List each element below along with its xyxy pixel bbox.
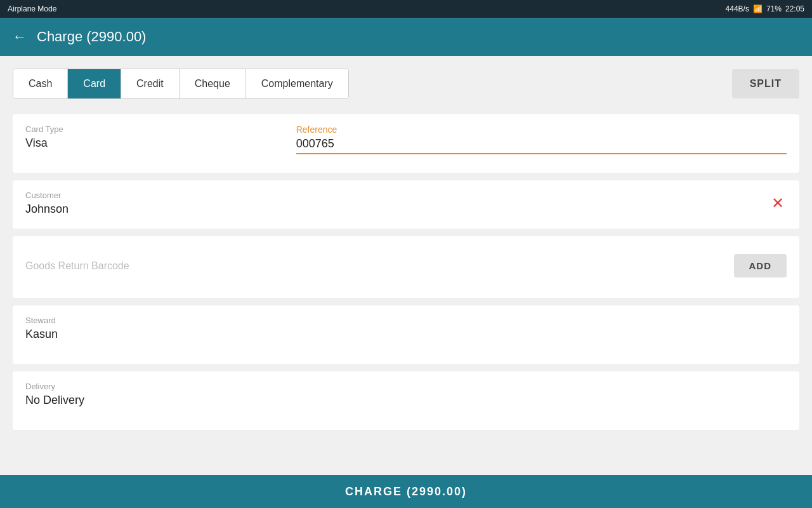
- charge-button-label: CHARGE (2990.00): [345, 485, 467, 498]
- card-type-label: Card Type: [25, 124, 271, 134]
- card-type-value: Visa: [25, 137, 271, 150]
- delivery-label: Delivery: [25, 382, 787, 391]
- customer-field: Customer Johnson: [25, 190, 69, 216]
- reference-field: Reference: [296, 124, 787, 154]
- status-bar: Airplane Mode 444B/s 📶 71% 22:05: [0, 0, 812, 18]
- main-content: Cash Card Credit Cheque Complementary SP…: [0, 56, 812, 475]
- steward-value: Kasun: [25, 328, 787, 341]
- customer-section: Customer Johnson ✕: [13, 180, 799, 229]
- card-type-field: Card Type Visa: [25, 124, 271, 150]
- airplane-mode-label: Airplane Mode: [8, 4, 56, 13]
- payment-tabs: Cash Card Credit Cheque Complementary: [13, 69, 349, 99]
- barcode-placeholder: Goods Return Barcode: [25, 260, 129, 272]
- status-bar-right: 444B/s 📶 71% 22:05: [726, 4, 804, 13]
- customer-label: Customer: [25, 190, 69, 200]
- tab-complementary[interactable]: Complementary: [246, 69, 348, 98]
- remove-customer-button[interactable]: ✕: [769, 192, 787, 215]
- customer-value: Johnson: [25, 203, 69, 216]
- back-button[interactable]: ←: [13, 29, 27, 45]
- tabs-row: Cash Card Credit Cheque Complementary SP…: [13, 69, 799, 99]
- tab-cash[interactable]: Cash: [13, 69, 68, 98]
- tab-cheque[interactable]: Cheque: [180, 69, 246, 98]
- time-display: 22:05: [785, 4, 804, 13]
- delivery-field: Delivery No Delivery: [25, 382, 787, 407]
- network-speed: 444B/s: [726, 4, 749, 13]
- reference-input[interactable]: [296, 137, 787, 154]
- tab-card[interactable]: Card: [68, 69, 121, 98]
- steward-field: Steward Kasun: [25, 316, 787, 341]
- card-type-reference-section: Card Type Visa Reference: [13, 114, 799, 173]
- customer-row: Customer Johnson ✕: [25, 190, 787, 216]
- delivery-section: Delivery No Delivery: [13, 371, 799, 430]
- page-title: Charge (2990.00): [37, 29, 146, 45]
- charge-button[interactable]: CHARGE (2990.00): [0, 475, 812, 508]
- app-bar: ← Charge (2990.00): [0, 18, 812, 56]
- barcode-row: Goods Return Barcode ADD: [25, 246, 787, 285]
- tab-credit[interactable]: Credit: [121, 69, 180, 98]
- delivery-value: No Delivery: [25, 394, 787, 407]
- steward-label: Steward: [25, 316, 787, 325]
- reference-label: Reference: [296, 124, 787, 135]
- split-button[interactable]: SPLIT: [732, 69, 799, 98]
- wifi-icon: 📶: [753, 4, 763, 13]
- add-barcode-button[interactable]: ADD: [734, 254, 787, 277]
- barcode-section: Goods Return Barcode ADD: [13, 236, 799, 298]
- steward-section: Steward Kasun: [13, 305, 799, 364]
- battery-level: 71%: [766, 4, 782, 13]
